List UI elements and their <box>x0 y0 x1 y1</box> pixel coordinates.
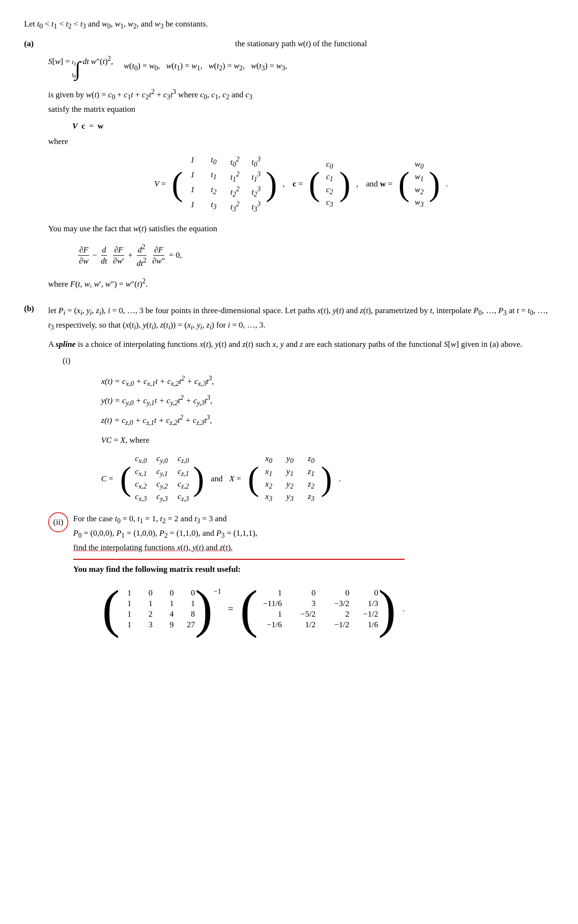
dF-dwdprime: ∂F ∂w″ <box>151 245 166 266</box>
useful-text: You may find the following matrix result… <box>73 559 405 576</box>
d-dt: d dt <box>100 245 108 266</box>
and-x: and <box>211 474 223 484</box>
part-ii: (ii) For the case t0 = 0, t1 = 1, t2 = 2… <box>48 512 554 643</box>
X-label: X = <box>229 474 241 484</box>
part-b: (b) let Pi = (xi, yi, zi), i = 0, …, 3 b… <box>24 304 554 647</box>
part-b-text: let Pi = (xi, yi, zi), i = 0, …, 3 be fo… <box>48 304 554 333</box>
useful-matrix: ( 1 0 0 0 <box>102 582 405 635</box>
V-label: V = <box>154 179 166 189</box>
C-X-matrices: C = ( cx,0 cy,0 cz,0 cx,1 cy,1 <box>101 454 554 503</box>
z-eq: z(t) = cz,0 + cz,1t + cz,2t2 + cz,3t3, <box>101 411 554 429</box>
fact-text: You may use the fact that w(t) satisfies… <box>48 222 554 235</box>
circle-ii-label: (ii) <box>48 512 68 532</box>
euler-equation: ∂F ∂w − d dt ∂F ∂w′ + d2 dt2 ∂F <box>77 243 554 268</box>
matrix-inverse-eq: ( 1 0 0 0 <box>102 582 405 635</box>
V-matrix: ( 1 t0 t02 t03 1 t1 t12 t13 <box>171 155 277 213</box>
part-a: (a) the stationary path w(t) of the func… <box>24 39 554 295</box>
part-a-title: the stationary path w(t) of the function… <box>48 39 554 49</box>
page-content: Let t0 < t1 < t2 < t3 and w0, w1, w2, an… <box>24 19 554 647</box>
spline-def: A spline is a choice of interpolating fu… <box>48 338 554 351</box>
C-label: C = <box>101 474 113 484</box>
boundary-conditions: w(t0) = w0, w(t1) = w1, w(t2) = w2, w(t3… <box>122 61 288 72</box>
y-eq: y(t) = cy,0 + cy,1t + cy,2t2 + cy,3t3, <box>101 392 554 409</box>
polynomial-equations: x(t) = cx,0 + cx,1t + cx,2t2 + cx,3t3, y… <box>101 372 554 429</box>
part-b-label: (b) <box>24 304 48 314</box>
lhs-matrix: ( 1 0 0 0 <box>102 582 212 635</box>
part-b-content: let Pi = (xi, yi, zi), i = 0, …, 3 be fo… <box>48 304 554 647</box>
and-text: and w = <box>364 179 393 189</box>
where-text: where <box>48 137 554 146</box>
dF-dwprime: ∂F ∂w′ <box>112 245 125 266</box>
intro-text: Let t0 < t1 < t2 < t3 and w0, w1, w2, an… <box>24 19 554 30</box>
x-eq: x(t) = cx,0 + cx,1t + cx,2t2 + cx,3t3, <box>101 372 554 390</box>
dF-dw: ∂F ∂w <box>78 245 90 266</box>
d2-dt2: d2 dt2 <box>136 243 147 268</box>
part-ii-content: For the case t0 = 0, t1 = 1, t2 = 2 and … <box>73 512 405 643</box>
integral-line: S[w] = t3 t0 ∫ dt w″(t)2, w(t0) = w0, w(… <box>48 54 554 79</box>
part-i-label: (i) <box>63 356 554 366</box>
C-matrix: ( cx,0 cy,0 cz,0 cx,1 cy,1 cz,1 <box>120 454 204 503</box>
c-matrix: ( c0 c1 c2 c3 ) <box>309 159 351 209</box>
part-ii-text: For the case t0 = 0, t1 = 1, t2 = 2 and … <box>73 512 405 554</box>
w-matrix: ( w0 w1 w2 w3 ) <box>398 159 440 209</box>
matrix-vCw: V = ( 1 t0 t02 t03 1 t1 t12 <box>48 155 554 213</box>
c-label: c = <box>290 179 303 189</box>
X-matrix: ( x0 y0 z0 x1 y1 z1 <box>248 454 332 503</box>
vc-equation: Vc = w <box>72 121 554 131</box>
rhs-matrix: ( 1 0 0 0 −11/6 <box>240 582 396 635</box>
part-a-label: (a) <box>24 39 48 49</box>
vc-x-equation: VC = X, where <box>101 436 554 445</box>
integral-expr: S[w] = t3 t0 ∫ dt w″(t)2, <box>48 54 113 79</box>
part-i: (i) x(t) = cx,0 + cx,1t + cx,2t2 + cx,3t… <box>63 356 554 503</box>
part-a-content: the stationary path w(t) of the function… <box>48 39 554 295</box>
where-F-text: where F(t, w, w′, w″) = w″(t)2. <box>48 276 554 290</box>
given-text: is given by w(t) = c0 + c1t + c2t2 + c3t… <box>48 86 554 116</box>
